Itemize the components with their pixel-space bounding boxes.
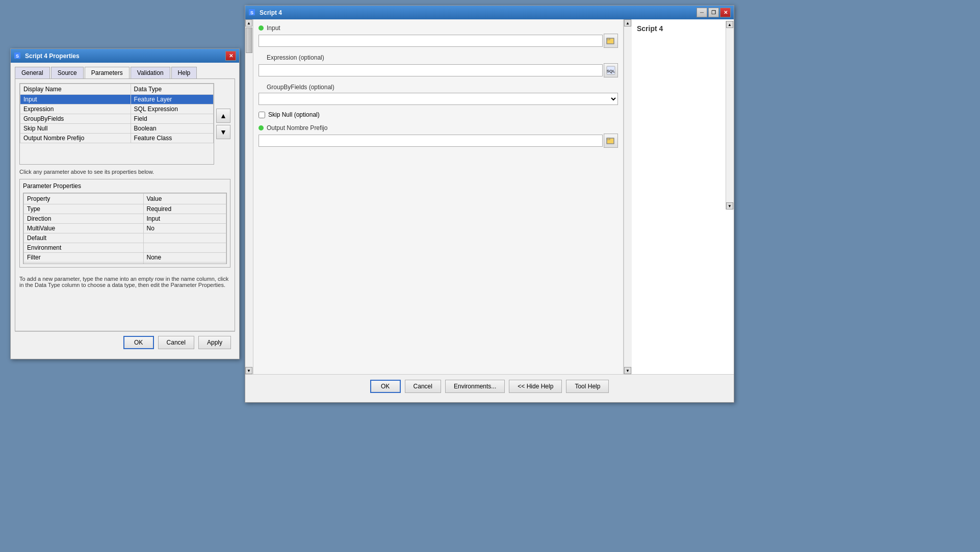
move-down-button[interactable]: ▼ bbox=[216, 125, 230, 139]
tab-source[interactable]: Source bbox=[51, 67, 84, 79]
output-param: Output Nombre Prefijo bbox=[259, 124, 618, 148]
right-scrollbar[interactable]: ▲ ▼ bbox=[624, 19, 632, 374]
scroll-down-arrow[interactable]: ▼ bbox=[245, 367, 252, 374]
cancel-button[interactable]: Cancel bbox=[158, 336, 194, 349]
ok-button[interactable]: OK bbox=[123, 336, 154, 349]
script-window-title: Script 4 bbox=[260, 9, 282, 16]
prop-row: Default bbox=[24, 233, 226, 243]
close-button[interactable]: ✕ bbox=[720, 8, 731, 17]
expression-label: Expression (optional) bbox=[259, 54, 618, 61]
props-content: General Source Parameters Validation Hel… bbox=[11, 63, 239, 357]
row-type: Feature Layer bbox=[131, 95, 213, 104]
right-scroll-track bbox=[624, 27, 632, 367]
expression-sql-button[interactable]: SQL bbox=[604, 63, 618, 77]
prop-value bbox=[143, 233, 226, 243]
prop-table: Property Value Type Required Direction bbox=[23, 193, 226, 264]
param-table-section: Display Name Data Type Input Feature Lay… bbox=[19, 83, 230, 165]
prop-value: Input bbox=[143, 214, 226, 224]
prop-scroll-container[interactable]: Property Value Type Required Direction bbox=[23, 193, 227, 264]
table-row[interactable]: Skip Null Boolean bbox=[20, 124, 214, 134]
tab-parameters-content: Display Name Data Type Input Feature Lay… bbox=[15, 78, 235, 331]
row-name: Output Nombre Prefijo bbox=[20, 134, 131, 143]
input-browse-button[interactable] bbox=[604, 34, 618, 48]
expression-field[interactable] bbox=[259, 64, 603, 76]
skipnull-label: Skip Null (optional) bbox=[268, 111, 320, 118]
minimize-button[interactable]: ─ bbox=[697, 8, 707, 17]
groupbyfields-dropdown[interactable] bbox=[259, 93, 618, 105]
script-main-area: Input Expression bbox=[253, 19, 624, 374]
groupbyfields-param: GroupByFields (optional) bbox=[259, 84, 618, 105]
scroll-thumb[interactable] bbox=[246, 28, 252, 53]
script-footer: OK Cancel Environments... << Hide Help T… bbox=[245, 374, 734, 398]
param-properties-label: Parameter Properties bbox=[23, 182, 227, 190]
param-hint: Click any parameter above to see its pro… bbox=[19, 169, 230, 175]
script-ok-button[interactable]: OK bbox=[370, 380, 401, 393]
table-row[interactable]: Expression SQL Expression bbox=[20, 104, 214, 114]
input-required-dot bbox=[259, 25, 264, 31]
output-input-row bbox=[259, 134, 618, 148]
restore-button[interactable]: ❐ bbox=[708, 8, 719, 17]
prop-row: Environment bbox=[24, 243, 226, 253]
prop-name: Filter bbox=[24, 253, 144, 262]
script-title-bar[interactable]: S Script 4 ─ ❐ ✕ bbox=[245, 6, 734, 19]
script-title-controls: ─ ❐ ✕ bbox=[697, 8, 731, 17]
prop-name: Environment bbox=[24, 243, 144, 253]
help-scrollbar[interactable]: ▲ ▼ bbox=[726, 21, 734, 209]
script-cancel-button[interactable]: Cancel bbox=[405, 380, 441, 393]
props-footer: OK Cancel Apply bbox=[15, 331, 235, 353]
tab-parameters[interactable]: Parameters bbox=[85, 67, 130, 79]
tab-validation[interactable]: Validation bbox=[131, 67, 170, 79]
right-scroll-down[interactable]: ▼ bbox=[624, 367, 631, 374]
props-title-bar[interactable]: S Script 4 Properties ✕ bbox=[11, 49, 239, 63]
param-table: Display Name Data Type Input Feature Lay… bbox=[20, 84, 214, 143]
tab-general[interactable]: General bbox=[15, 67, 50, 79]
prop-value: None bbox=[143, 253, 226, 262]
param-properties-group: Parameter Properties Property Value Type bbox=[19, 179, 230, 268]
input-field[interactable] bbox=[259, 35, 603, 47]
move-buttons: ▲ ▼ bbox=[216, 83, 230, 165]
script-content: ▲ ▼ Input bbox=[245, 19, 734, 374]
input-input-row bbox=[259, 34, 618, 48]
svg-text:SQL: SQL bbox=[607, 69, 615, 73]
prop-value: No bbox=[143, 224, 226, 233]
script-help-panel: ▲ ▼ Script 4 bbox=[632, 19, 734, 374]
output-required-dot bbox=[259, 125, 264, 130]
output-label: Output Nombre Prefijo bbox=[259, 124, 618, 132]
output-browse-button[interactable] bbox=[604, 134, 618, 148]
prop-value bbox=[143, 243, 226, 253]
table-row[interactable]: GroupByFields Field bbox=[20, 114, 214, 124]
script-environments-button[interactable]: Environments... bbox=[445, 380, 505, 393]
scroll-up-arrow[interactable]: ▲ bbox=[245, 19, 252, 27]
expression-param: Expression (optional) SQL bbox=[259, 54, 618, 77]
param-table-container: Display Name Data Type Input Feature Lay… bbox=[19, 83, 214, 165]
prop-name: Obtained from bbox=[24, 262, 144, 265]
skipnull-checkbox[interactable] bbox=[259, 112, 265, 118]
script-hide-help-button[interactable]: << Hide Help bbox=[509, 380, 562, 393]
apply-button[interactable]: Apply bbox=[198, 336, 231, 349]
move-up-button[interactable]: ▲ bbox=[216, 109, 230, 123]
table-row[interactable]: Input Feature Layer bbox=[20, 95, 214, 104]
right-scroll-up[interactable]: ▲ bbox=[624, 19, 631, 27]
row-name: Skip Null bbox=[20, 124, 131, 134]
row-name: GroupByFields bbox=[20, 114, 131, 124]
props-window-title: Script 4 Properties bbox=[25, 52, 80, 60]
table-row[interactable]: Output Nombre Prefijo Feature Class bbox=[20, 134, 214, 143]
script-tool-help-button[interactable]: Tool Help bbox=[566, 380, 609, 393]
prop-col-value: Value bbox=[143, 194, 226, 204]
props-window-icon: S bbox=[14, 52, 22, 60]
prop-name: Direction bbox=[24, 214, 144, 224]
tab-help[interactable]: Help bbox=[171, 67, 197, 79]
svg-text:S: S bbox=[250, 10, 253, 15]
input-param: Input bbox=[259, 24, 618, 48]
props-title-controls: ✕ bbox=[225, 51, 236, 61]
skipnull-param: Skip Null (optional) bbox=[259, 111, 618, 118]
output-field[interactable] bbox=[259, 135, 603, 147]
svg-text:S: S bbox=[16, 54, 19, 59]
col-display-name: Display Name bbox=[20, 84, 131, 95]
props-close-button[interactable]: ✕ bbox=[225, 51, 236, 61]
script-window: S Script 4 ─ ❐ ✕ ▲ ▼ Input bbox=[245, 5, 734, 403]
prop-row: Filter None bbox=[24, 253, 226, 262]
props-window: S Script 4 Properties ✕ General Source P… bbox=[10, 48, 240, 359]
left-scrollbar[interactable]: ▲ ▼ bbox=[245, 19, 253, 374]
prop-row: MultiValue No bbox=[24, 224, 226, 233]
